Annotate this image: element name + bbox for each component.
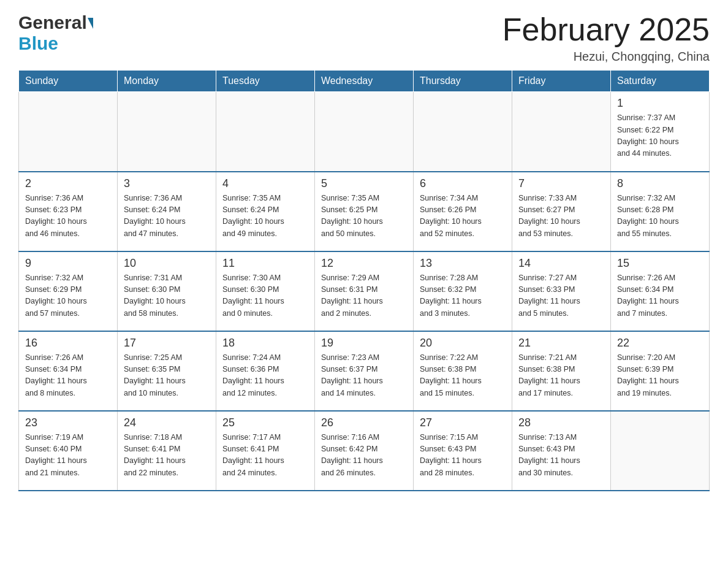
calendar-week-row: 16Sunrise: 7:26 AMSunset: 6:34 PMDayligh… xyxy=(19,331,710,411)
day-info: Sunrise: 7:31 AMSunset: 6:30 PMDaylight:… xyxy=(124,272,210,320)
calendar-day-cell: 25Sunrise: 7:17 AMSunset: 6:41 PMDayligh… xyxy=(216,411,315,491)
day-number: 9 xyxy=(25,257,111,270)
day-number: 28 xyxy=(518,416,604,429)
day-number: 24 xyxy=(124,416,210,429)
day-info: Sunrise: 7:21 AMSunset: 6:38 PMDaylight:… xyxy=(518,352,604,400)
day-info: Sunrise: 7:32 AMSunset: 6:29 PMDaylight:… xyxy=(25,272,111,320)
day-info: Sunrise: 7:19 AMSunset: 6:40 PMDaylight:… xyxy=(25,432,111,480)
calendar-day-cell: 7Sunrise: 7:33 AMSunset: 6:27 PMDaylight… xyxy=(512,172,611,251)
day-info: Sunrise: 7:24 AMSunset: 6:36 PMDaylight:… xyxy=(222,352,308,400)
day-number: 6 xyxy=(420,177,506,190)
day-number: 7 xyxy=(518,177,604,190)
calendar-day-cell: 3Sunrise: 7:36 AMSunset: 6:24 PMDaylight… xyxy=(118,172,216,251)
page-header: General Blue February 2025 Hezui, Chongq… xyxy=(18,12,710,64)
day-of-week-header: Sunday xyxy=(19,71,118,92)
calendar-day-cell: 27Sunrise: 7:15 AMSunset: 6:43 PMDayligh… xyxy=(414,411,512,491)
day-number: 4 xyxy=(222,177,308,190)
calendar-day-cell: 24Sunrise: 7:18 AMSunset: 6:41 PMDayligh… xyxy=(118,411,216,491)
day-number: 18 xyxy=(222,337,308,350)
day-info: Sunrise: 7:15 AMSunset: 6:43 PMDaylight:… xyxy=(420,432,506,480)
calendar-day-cell: 12Sunrise: 7:29 AMSunset: 6:31 PMDayligh… xyxy=(315,251,414,331)
day-info: Sunrise: 7:30 AMSunset: 6:30 PMDaylight:… xyxy=(222,272,308,320)
day-number: 21 xyxy=(518,337,604,350)
day-number: 17 xyxy=(124,337,210,350)
day-info: Sunrise: 7:13 AMSunset: 6:43 PMDaylight:… xyxy=(518,432,604,480)
day-number: 23 xyxy=(25,416,111,429)
calendar-day-cell xyxy=(216,92,315,172)
day-number: 22 xyxy=(617,337,703,350)
day-number: 8 xyxy=(617,177,703,190)
day-number: 16 xyxy=(25,337,111,350)
day-number: 27 xyxy=(420,416,506,429)
calendar-day-cell: 10Sunrise: 7:31 AMSunset: 6:30 PMDayligh… xyxy=(118,251,216,331)
day-info: Sunrise: 7:18 AMSunset: 6:41 PMDaylight:… xyxy=(124,432,210,480)
calendar-day-cell xyxy=(414,92,512,172)
day-info: Sunrise: 7:37 AMSunset: 6:22 PMDaylight:… xyxy=(617,112,703,160)
day-of-week-header: Tuesday xyxy=(216,71,315,92)
logo-general-text: General xyxy=(18,12,87,33)
calendar-day-cell: 9Sunrise: 7:32 AMSunset: 6:29 PMDaylight… xyxy=(19,251,118,331)
day-info: Sunrise: 7:34 AMSunset: 6:26 PMDaylight:… xyxy=(420,193,506,240)
calendar-header-row: SundayMondayTuesdayWednesdayThursdayFrid… xyxy=(19,71,710,92)
day-info: Sunrise: 7:26 AMSunset: 6:34 PMDaylight:… xyxy=(617,272,703,320)
calendar-day-cell: 26Sunrise: 7:16 AMSunset: 6:42 PMDayligh… xyxy=(315,411,414,491)
logo-arrow-icon xyxy=(88,18,93,29)
day-number: 15 xyxy=(617,257,703,270)
day-of-week-header: Monday xyxy=(118,71,216,92)
day-number: 25 xyxy=(222,416,308,429)
calendar-day-cell: 1Sunrise: 7:37 AMSunset: 6:22 PMDaylight… xyxy=(611,92,710,172)
day-info: Sunrise: 7:20 AMSunset: 6:39 PMDaylight:… xyxy=(617,352,703,400)
day-number: 2 xyxy=(25,177,111,190)
day-info: Sunrise: 7:32 AMSunset: 6:28 PMDaylight:… xyxy=(617,193,703,240)
calendar-day-cell: 18Sunrise: 7:24 AMSunset: 6:36 PMDayligh… xyxy=(216,331,315,411)
calendar-table: SundayMondayTuesdayWednesdayThursdayFrid… xyxy=(18,70,710,491)
day-info: Sunrise: 7:28 AMSunset: 6:32 PMDaylight:… xyxy=(420,272,506,320)
calendar-day-cell: 15Sunrise: 7:26 AMSunset: 6:34 PMDayligh… xyxy=(611,251,710,331)
calendar-day-cell: 4Sunrise: 7:35 AMSunset: 6:24 PMDaylight… xyxy=(216,172,315,251)
day-of-week-header: Friday xyxy=(512,71,611,92)
title-section: February 2025 Hezui, Chongqing, China xyxy=(502,12,710,64)
calendar-day-cell: 17Sunrise: 7:25 AMSunset: 6:35 PMDayligh… xyxy=(118,331,216,411)
day-info: Sunrise: 7:27 AMSunset: 6:33 PMDaylight:… xyxy=(518,272,604,320)
day-info: Sunrise: 7:23 AMSunset: 6:37 PMDaylight:… xyxy=(321,352,407,400)
calendar-day-cell: 22Sunrise: 7:20 AMSunset: 6:39 PMDayligh… xyxy=(611,331,710,411)
day-number: 5 xyxy=(321,177,407,190)
day-info: Sunrise: 7:36 AMSunset: 6:23 PMDaylight:… xyxy=(25,193,111,240)
logo-blue-text: Blue xyxy=(18,33,58,54)
calendar-day-cell: 14Sunrise: 7:27 AMSunset: 6:33 PMDayligh… xyxy=(512,251,611,331)
day-info: Sunrise: 7:33 AMSunset: 6:27 PMDaylight:… xyxy=(518,193,604,240)
day-info: Sunrise: 7:17 AMSunset: 6:41 PMDaylight:… xyxy=(222,432,308,480)
calendar-day-cell xyxy=(118,92,216,172)
day-number: 10 xyxy=(124,257,210,270)
day-number: 14 xyxy=(518,257,604,270)
calendar-day-cell: 20Sunrise: 7:22 AMSunset: 6:38 PMDayligh… xyxy=(414,331,512,411)
calendar-week-row: 23Sunrise: 7:19 AMSunset: 6:40 PMDayligh… xyxy=(19,411,710,491)
calendar-day-cell: 23Sunrise: 7:19 AMSunset: 6:40 PMDayligh… xyxy=(19,411,118,491)
day-number: 12 xyxy=(321,257,407,270)
logo: General Blue xyxy=(18,12,93,54)
day-number: 26 xyxy=(321,416,407,429)
day-info: Sunrise: 7:16 AMSunset: 6:42 PMDaylight:… xyxy=(321,432,407,480)
location-text: Hezui, Chongqing, China xyxy=(502,50,710,64)
day-number: 3 xyxy=(124,177,210,190)
day-of-week-header: Wednesday xyxy=(315,71,414,92)
calendar-day-cell: 11Sunrise: 7:30 AMSunset: 6:30 PMDayligh… xyxy=(216,251,315,331)
calendar-day-cell: 21Sunrise: 7:21 AMSunset: 6:38 PMDayligh… xyxy=(512,331,611,411)
day-of-week-header: Thursday xyxy=(414,71,512,92)
day-number: 11 xyxy=(222,257,308,270)
calendar-day-cell: 5Sunrise: 7:35 AMSunset: 6:25 PMDaylight… xyxy=(315,172,414,251)
day-info: Sunrise: 7:29 AMSunset: 6:31 PMDaylight:… xyxy=(321,272,407,320)
day-of-week-header: Saturday xyxy=(611,71,710,92)
calendar-day-cell xyxy=(315,92,414,172)
calendar-day-cell: 8Sunrise: 7:32 AMSunset: 6:28 PMDaylight… xyxy=(611,172,710,251)
day-number: 19 xyxy=(321,337,407,350)
calendar-day-cell xyxy=(512,92,611,172)
calendar-day-cell: 13Sunrise: 7:28 AMSunset: 6:32 PMDayligh… xyxy=(414,251,512,331)
day-info: Sunrise: 7:22 AMSunset: 6:38 PMDaylight:… xyxy=(420,352,506,400)
day-info: Sunrise: 7:25 AMSunset: 6:35 PMDaylight:… xyxy=(124,352,210,400)
calendar-day-cell: 28Sunrise: 7:13 AMSunset: 6:43 PMDayligh… xyxy=(512,411,611,491)
calendar-week-row: 1Sunrise: 7:37 AMSunset: 6:22 PMDaylight… xyxy=(19,92,710,172)
day-info: Sunrise: 7:36 AMSunset: 6:24 PMDaylight:… xyxy=(124,193,210,240)
day-info: Sunrise: 7:35 AMSunset: 6:24 PMDaylight:… xyxy=(222,193,308,240)
calendar-week-row: 2Sunrise: 7:36 AMSunset: 6:23 PMDaylight… xyxy=(19,172,710,251)
